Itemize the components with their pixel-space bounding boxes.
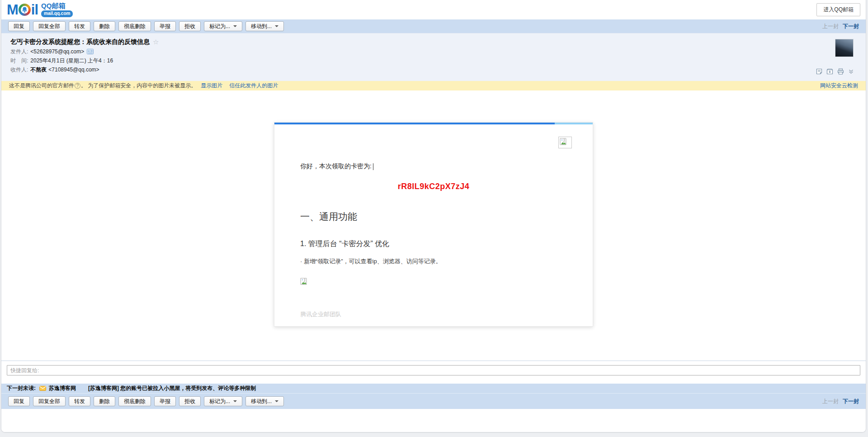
enter-qqmail-button[interactable]: 进入QQ邮箱 xyxy=(816,3,860,16)
blocked-image-placeholder-2[interactable] xyxy=(300,278,567,285)
toolbar-button[interactable]: 举报 xyxy=(154,396,176,406)
security-warning-bar: 这不是腾讯公司的官方邮件 ? 。 为了保护邮箱安全，内容中的图片未被显示。 显示… xyxy=(1,81,866,90)
from-label: 发件人: xyxy=(10,48,28,55)
move-to-dropdown[interactable]: 移动到... xyxy=(245,396,284,406)
section-title: 一、通用功能 xyxy=(300,210,567,223)
logo-ring-icon xyxy=(19,4,31,16)
toolbar-button[interactable]: 回复 xyxy=(8,21,30,31)
greeting-text: 你好，本次领取的卡密为: xyxy=(300,162,372,171)
envelope-icon xyxy=(39,386,46,391)
site-safety-link[interactable]: 网站安全云检测 xyxy=(820,82,858,90)
card-code: rR8IL9kC2pX7zJ4 xyxy=(300,182,567,191)
next-mail-link[interactable]: 下一封 xyxy=(843,398,859,405)
mark-as-dropdown[interactable]: 标记为... xyxy=(204,396,242,406)
next-unread-sender[interactable]: 苏逸博客网 xyxy=(49,385,76,392)
chevron-down-icon xyxy=(233,400,237,402)
card-accent-bar xyxy=(274,123,593,124)
next-unread-subject[interactable]: [苏逸博客网] 您的账号已被拉入小黑屋，将受到发布、评论等多种限制 xyxy=(88,385,256,392)
contact-card-icon[interactable] xyxy=(87,49,94,54)
chevron-down-icon xyxy=(275,25,278,27)
broken-image-icon xyxy=(300,278,307,285)
previous-mail-link[interactable]: 上一封 xyxy=(822,398,839,405)
sender-avatar[interactable] xyxy=(835,39,854,57)
double-chevron-down-icon[interactable] xyxy=(848,69,854,75)
move-to-dropdown[interactable]: 移动到... xyxy=(245,21,284,31)
toolbar-button[interactable]: 回复 xyxy=(8,396,30,406)
bottom-toolbar: 回复 回复全部 转发 删除 彻底删除 举报 拒收 标记为... 移动到... xyxy=(1,394,866,409)
text-cursor xyxy=(373,163,373,170)
recipient-name: 不熬夜 xyxy=(30,66,47,73)
mail-header: 乞丐卡密分发系统提醒您：系统收来自的反馈信息 ☆ 发件人: <52628975@… xyxy=(1,33,866,81)
quick-reply-input[interactable] xyxy=(7,365,860,375)
quick-reply-bar xyxy=(1,361,866,384)
time-value: 2025年4月1日 (星期二) 上午4：16 xyxy=(30,57,113,64)
mark-as-dropdown[interactable]: 标记为... xyxy=(204,21,242,31)
warning-text-2: 。 为了保护邮箱安全，内容中的图片未被显示。 xyxy=(81,82,196,90)
print-icon[interactable] xyxy=(837,68,844,75)
to-label: 收件人: xyxy=(10,66,28,73)
note-icon[interactable] xyxy=(816,68,822,75)
broken-image-icon xyxy=(560,138,567,145)
mail-subject: 乞丐卡密分发系统提醒您：系统收来自的反馈信息 xyxy=(10,38,150,46)
toolbar-button[interactable]: 转发 xyxy=(69,396,90,406)
toolbar-button[interactable]: 删除 xyxy=(94,21,115,31)
show-images-link[interactable]: 显示图片 xyxy=(201,82,222,90)
toolbar-button[interactable]: 删除 xyxy=(94,396,115,406)
logo-letters-il: il xyxy=(31,3,38,17)
bell-icon xyxy=(21,6,28,13)
next-mail-link[interactable]: 下一封 xyxy=(843,23,859,30)
product-domain-badge: mail.qq.com xyxy=(41,10,73,17)
signature-text: 腾讯企业邮团队 xyxy=(300,310,567,318)
toolbar-button[interactable]: 回复全部 xyxy=(33,396,66,406)
toolbar-button[interactable]: 转发 xyxy=(69,21,90,31)
top-toolbar: 回复 回复全部 转发 删除 彻底删除 举报 拒收 标记为... 移动到... xyxy=(1,19,866,33)
qqmail-logo[interactable]: M il QQ邮箱 mail.qq.com xyxy=(7,2,73,17)
bottom-toolbar-buttons: 回复 回复全部 转发 删除 彻底删除 举报 拒收 xyxy=(8,396,201,406)
recipient-address: <7108945@qq.com> xyxy=(48,66,99,73)
mail-body-area: 你好，本次领取的卡密为: rR8IL9kC2pX7zJ4 一、通用功能 1. 管… xyxy=(1,90,866,361)
help-icon[interactable]: ? xyxy=(75,83,80,89)
from-address: <52628975@qq.com> xyxy=(30,48,84,55)
toolbar-button[interactable]: 回复全部 xyxy=(33,21,66,31)
toolbar-button[interactable]: 拒收 xyxy=(179,21,201,31)
toolbar-button[interactable]: 彻底删除 xyxy=(118,21,151,31)
previous-mail-link[interactable]: 上一封 xyxy=(822,23,839,30)
time-label: 时 间: xyxy=(10,57,28,64)
warning-text: 这不是腾讯公司的官方邮件 xyxy=(9,82,74,90)
chevron-down-icon xyxy=(275,400,278,402)
blocked-image-placeholder[interactable] xyxy=(558,137,572,148)
toolbar-button[interactable]: 拒收 xyxy=(179,396,201,406)
top-header-bar: M il QQ邮箱 mail.qq.com 进入QQ邮箱 xyxy=(1,0,866,19)
chevron-down-icon xyxy=(233,25,237,27)
bullet-text: · 新增“领取记录”，可以查看ip、浏览器、访问等记录。 xyxy=(300,257,567,266)
save-to-folder-icon[interactable] xyxy=(826,68,833,75)
next-unread-label: 下一封未读: xyxy=(7,385,36,392)
next-unread-bar: 下一封未读: 苏逸博客网 [苏逸博客网] 您的账号已被拉入小黑屋，将受到发布、评… xyxy=(1,384,866,394)
toolbar-button[interactable]: 彻底删除 xyxy=(118,396,151,406)
qqmail-window: M il QQ邮箱 mail.qq.com 进入QQ邮箱 xyxy=(1,0,866,432)
product-name: QQ邮箱 xyxy=(41,2,73,9)
top-toolbar-buttons: 回复 回复全部 转发 删除 彻底删除 举报 拒收 xyxy=(8,21,201,31)
star-icon[interactable]: ☆ xyxy=(153,38,159,46)
subsection-title: 1. 管理后台 “卡密分发” 优化 xyxy=(300,239,567,249)
toolbar-button[interactable]: 举报 xyxy=(154,21,176,31)
bottom-whitespace xyxy=(1,409,866,432)
trust-sender-link[interactable]: 信任此发件人的图片 xyxy=(229,82,278,90)
logo-letter-m: M xyxy=(7,3,18,17)
mail-content-card: 你好，本次领取的卡密为: rR8IL9kC2pX7zJ4 一、通用功能 1. 管… xyxy=(274,122,593,327)
